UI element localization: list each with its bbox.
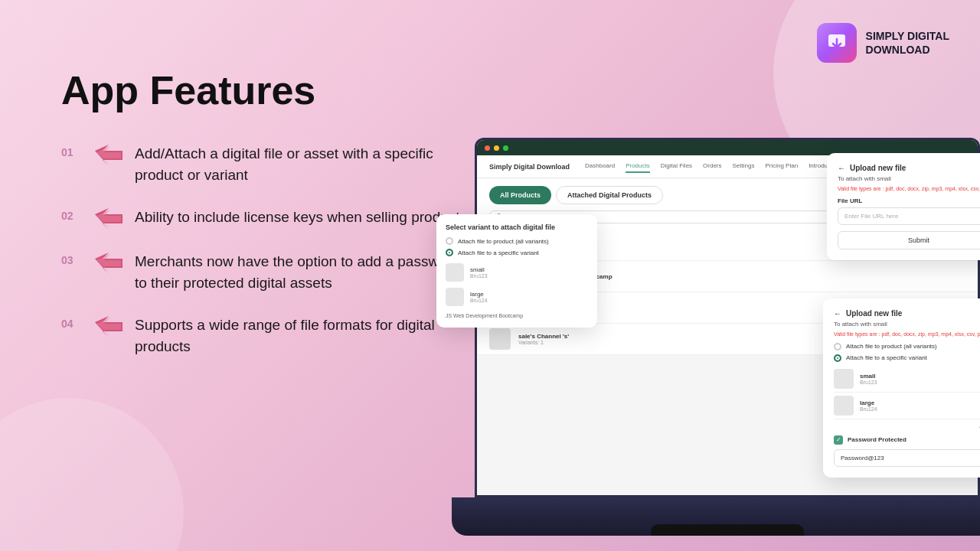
card3-thumb-small bbox=[834, 369, 854, 389]
logo-icon bbox=[817, 23, 857, 63]
variant-thumb-large bbox=[446, 288, 464, 306]
feature-arrow-02 bbox=[95, 207, 122, 230]
laptop-notch bbox=[651, 524, 804, 536]
logo-text: SIMPLY DIGITAL DOWNLOAD bbox=[866, 29, 949, 57]
nav-item-orders[interactable]: Orders bbox=[703, 160, 721, 173]
file-url-input[interactable]: Enter File URL here bbox=[838, 207, 980, 225]
password-check-row: ✓ Password Protected bbox=[834, 435, 980, 445]
variant-row-small: small Bru123 bbox=[446, 260, 588, 285]
page-title: App Features bbox=[61, 69, 475, 112]
feature-item-02: 02 Ability to include license keys when … bbox=[61, 207, 475, 230]
card3-radio-all-icon bbox=[834, 343, 841, 350]
card3-size-small: small bbox=[860, 373, 877, 380]
card3-radio-all[interactable]: Attach file to product (all variants) bbox=[834, 343, 980, 350]
upload-valid-types-bottom: Valid file types are : pdf, doc, docx, z… bbox=[834, 331, 980, 338]
feature-arrow-01 bbox=[95, 143, 122, 166]
password-input-row: Password@123 👁 bbox=[834, 449, 980, 467]
floating-card-1-title: Select variant to attach digital file bbox=[446, 223, 588, 231]
feature-arrow-03 bbox=[95, 251, 122, 274]
floating-card-select-variant: Select variant to attach digital file At… bbox=[436, 214, 597, 328]
card3-variant-row-large: large Bru124 bbox=[834, 393, 980, 419]
product-variant-3: Variants: 1 bbox=[518, 340, 569, 345]
floating-card-upload-top: ← Upload new file To attach with small V… bbox=[827, 153, 980, 260]
variant-thumb-small bbox=[446, 263, 464, 282]
nav-item-digital-files[interactable]: Digital Files bbox=[661, 160, 692, 173]
feature-arrow-04 bbox=[95, 315, 122, 337]
feature-item-03: 03 Merchants now have the option to add … bbox=[61, 251, 475, 293]
back-arrow-icon: ← bbox=[838, 164, 845, 172]
radio-all-label: Attach file to product (all variants) bbox=[458, 238, 549, 245]
radio-specific-label: Attach file to a specific variant bbox=[458, 249, 539, 256]
floating-card-upload-password: ← Upload new file To attach with small V… bbox=[823, 298, 980, 478]
radio-specific-icon bbox=[446, 249, 453, 256]
card3-code-small: Bru123 bbox=[860, 380, 877, 385]
back-arrow-icon-2: ← bbox=[834, 309, 841, 318]
password-section: ✓ Password Protected Password@123 👁 bbox=[834, 435, 980, 467]
feature-number-04: 04 bbox=[61, 315, 83, 330]
feature-text-04: Supports a wide range of file formats fo… bbox=[135, 315, 475, 357]
upload-subtitle-top: To attach with small bbox=[838, 175, 980, 182]
nav-item-pricing-plan[interactable]: Pricing Plan bbox=[765, 160, 798, 173]
card3-variant-row-small: small Bru123 bbox=[834, 366, 980, 393]
card3-radio-specific-icon bbox=[834, 354, 841, 362]
laptop-base bbox=[452, 497, 980, 536]
minimize-dot bbox=[494, 145, 499, 151]
upload-title-bottom: ← Upload new file bbox=[834, 309, 980, 318]
file-url-label: File URL bbox=[838, 197, 980, 204]
feature-text-01: Add/Attach a digital file or asset with … bbox=[135, 143, 475, 185]
maximize-dot bbox=[503, 145, 508, 151]
feature-item-01: 01 Add/Attach a digital file or asset wi… bbox=[61, 143, 475, 185]
password-value[interactable]: Password@123 bbox=[841, 455, 980, 461]
submit-button[interactable]: Submit bbox=[838, 231, 980, 249]
feature-text-02: Ability to include license keys when sel… bbox=[135, 207, 467, 228]
card3-thumb-large bbox=[834, 396, 854, 416]
radio-option-specific-variant[interactable]: Attach file to a specific variant bbox=[446, 249, 588, 256]
logo-area: SIMPLY DIGITAL DOWNLOAD bbox=[817, 23, 949, 63]
card3-radio-all-label: Attach file to product (all variants) bbox=[846, 343, 937, 350]
left-content: App Features 01 Add/Attach a digital fil… bbox=[61, 69, 475, 378]
tab-all-products[interactable]: All Products bbox=[489, 186, 551, 204]
card3-size-large: large bbox=[860, 399, 877, 406]
app-nav-logo: Simply Digital Download bbox=[489, 163, 570, 171]
tab-attached-products[interactable]: Attached Digital Products bbox=[556, 186, 663, 204]
feature-number-03: 03 bbox=[61, 251, 83, 266]
nav-item-dashboard[interactable]: Dashboard bbox=[585, 160, 615, 173]
feature-text-03: Merchants now have the option to add a p… bbox=[135, 251, 475, 293]
upload-subtitle-bottom: To attach with small bbox=[834, 321, 980, 328]
product-name-3: sale's Channel 's' bbox=[518, 333, 569, 340]
feature-number-01: 01 bbox=[61, 143, 83, 158]
card3-radio-specific-label: Attach file to a specific variant bbox=[846, 354, 927, 361]
radio-option-all-variants[interactable]: Attach file to product (all variants) bbox=[446, 237, 588, 245]
card3-code-large: Bru124 bbox=[860, 406, 877, 412]
card3-radio-specific[interactable]: Attach file to a specific variant bbox=[834, 354, 980, 362]
password-checkbox[interactable]: ✓ bbox=[834, 435, 843, 445]
variant-size-large: large bbox=[470, 291, 488, 298]
variant-row-large: large Bru124 bbox=[446, 285, 588, 309]
feature-item-04: 04 Supports a wide range of file formats… bbox=[61, 315, 475, 357]
screenshot-area: Simply Digital Download DashboardProduct… bbox=[452, 138, 980, 536]
bg-circle-bottom-left bbox=[0, 398, 184, 551]
product-thumb-3 bbox=[489, 328, 511, 350]
upload-title-top: ← Upload new file bbox=[838, 164, 980, 172]
variant-code-large: Bru124 bbox=[470, 298, 488, 303]
variant-code-small: Bru123 bbox=[470, 273, 488, 279]
close-dot bbox=[485, 145, 490, 151]
nav-item-products[interactable]: Products bbox=[626, 160, 650, 173]
app-nav-items: DashboardProductsDigital FilesOrdersSett… bbox=[585, 160, 854, 173]
card-footer-bootcamp: JS Web Development Bootcamp bbox=[446, 313, 588, 318]
nav-item-settings[interactable]: Settings bbox=[733, 160, 755, 173]
password-protected-label: Password Protected bbox=[848, 436, 906, 443]
radio-all-icon bbox=[446, 237, 453, 245]
variant-size-small: small bbox=[470, 266, 488, 273]
upload-valid-types-top: Valid file types are : pdf, doc, docx, z… bbox=[838, 185, 980, 193]
product-info-3: sale's Channel 's' Variants: 1 bbox=[518, 333, 569, 345]
add-file-link[interactable]: Add file bbox=[834, 422, 980, 429]
feature-number-02: 02 bbox=[61, 207, 83, 222]
features-list: 01 Add/Attach a digital file or asset wi… bbox=[61, 143, 475, 357]
